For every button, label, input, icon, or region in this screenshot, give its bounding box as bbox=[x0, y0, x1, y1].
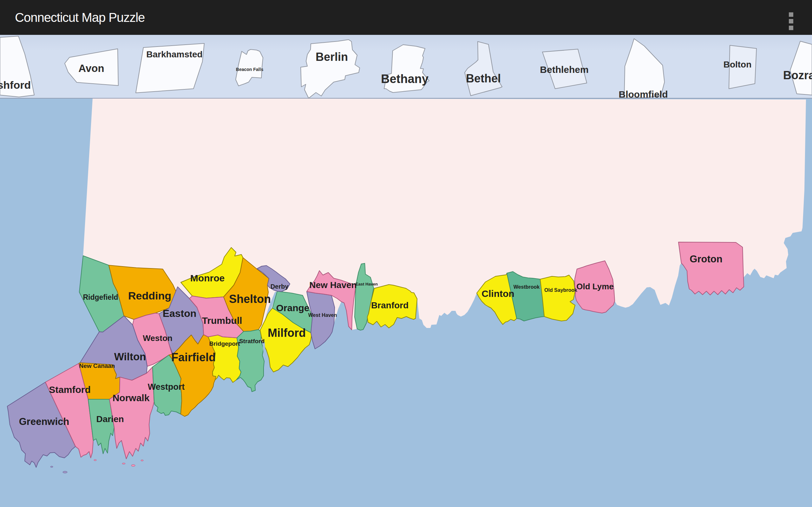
svg-text:Old Lyme: Old Lyme bbox=[576, 282, 614, 291]
svg-text:Berlin: Berlin bbox=[316, 50, 348, 63]
svg-text:Bolton: Bolton bbox=[723, 60, 752, 69]
svg-text:Avon: Avon bbox=[78, 62, 104, 74]
svg-text:Stamford: Stamford bbox=[49, 384, 91, 395]
svg-text:Ridgefield: Ridgefield bbox=[83, 293, 118, 301]
svg-text:Clinton: Clinton bbox=[481, 288, 514, 299]
svg-text:Trumbull: Trumbull bbox=[202, 315, 242, 326]
svg-text:Redding: Redding bbox=[128, 290, 171, 302]
svg-text:Norwalk: Norwalk bbox=[113, 393, 150, 403]
svg-text:Bethlehem: Bethlehem bbox=[540, 64, 589, 75]
svg-text:Bloomfield: Bloomfield bbox=[619, 89, 668, 100]
svg-text:New Haven: New Haven bbox=[309, 280, 357, 290]
svg-text:Beacon Falls: Beacon Falls bbox=[236, 67, 264, 72]
svg-text:Milford: Milford bbox=[268, 326, 306, 339]
svg-text:Bethany: Bethany bbox=[381, 72, 428, 86]
svg-text:Ashford: Ashford bbox=[0, 79, 31, 91]
svg-text:West Haven: West Haven bbox=[308, 313, 337, 318]
svg-text:Derby: Derby bbox=[270, 283, 289, 290]
svg-text:Orange: Orange bbox=[276, 302, 309, 313]
svg-text:Old Saybrook: Old Saybrook bbox=[544, 287, 577, 293]
svg-text:Darien: Darien bbox=[96, 414, 124, 424]
svg-text:Weston: Weston bbox=[143, 333, 172, 343]
svg-text:Easton: Easton bbox=[163, 308, 197, 319]
svg-text:Fairfield: Fairfield bbox=[171, 351, 216, 364]
svg-text:Stratford: Stratford bbox=[239, 338, 264, 344]
svg-text:Westbrook: Westbrook bbox=[513, 284, 540, 290]
svg-text:Shelton: Shelton bbox=[229, 292, 271, 305]
svg-text:East Haven: East Haven bbox=[356, 282, 378, 286]
svg-text:Barkhamsted: Barkhamsted bbox=[146, 49, 202, 59]
svg-text:Branford: Branford bbox=[371, 300, 409, 310]
svg-text:Connecticut Map Puzzle: Connecticut Map Puzzle bbox=[15, 10, 145, 24]
svg-text:Bozrah: Bozrah bbox=[783, 69, 812, 82]
svg-text:New Canaan: New Canaan bbox=[79, 362, 115, 369]
svg-text:Greenwich: Greenwich bbox=[19, 416, 69, 427]
svg-text:Groton: Groton bbox=[690, 253, 722, 265]
svg-text:Wilton: Wilton bbox=[114, 351, 146, 362]
svg-text:Westport: Westport bbox=[148, 382, 185, 392]
svg-text:Bethel: Bethel bbox=[466, 72, 501, 85]
svg-text:Monroe: Monroe bbox=[190, 273, 224, 283]
svg-text:Bridgeport: Bridgeport bbox=[209, 340, 240, 347]
